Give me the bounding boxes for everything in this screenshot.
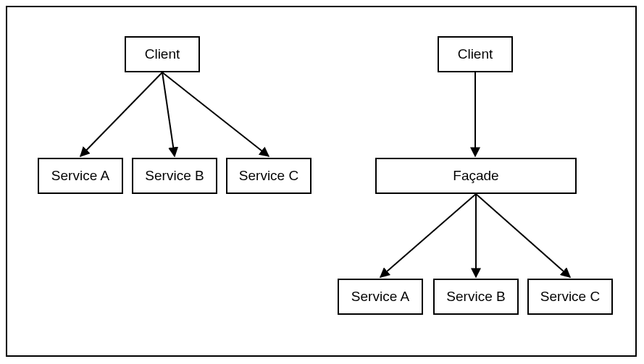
left-service-c-label: Service C [239, 168, 298, 184]
left-service-c-box: Service C [226, 158, 311, 194]
left-service-a-label: Service A [51, 168, 109, 184]
right-service-c-box: Service C [527, 279, 613, 315]
right-service-a-box: Service A [338, 279, 423, 315]
right-service-b-box: Service B [433, 279, 519, 315]
left-client-label: Client [145, 46, 180, 62]
right-facade-label: Façade [453, 168, 498, 184]
right-client-box: Client [438, 36, 513, 72]
right-client-label: Client [458, 46, 493, 62]
right-service-a-label: Service A [351, 289, 409, 305]
left-service-b-label: Service B [145, 168, 204, 184]
right-facade-box: Façade [375, 158, 577, 194]
right-service-b-label: Service B [446, 289, 505, 305]
right-service-c-label: Service C [540, 289, 600, 305]
left-service-a-box: Service A [38, 158, 123, 194]
left-client-box: Client [125, 36, 200, 72]
left-service-b-box: Service B [132, 158, 217, 194]
